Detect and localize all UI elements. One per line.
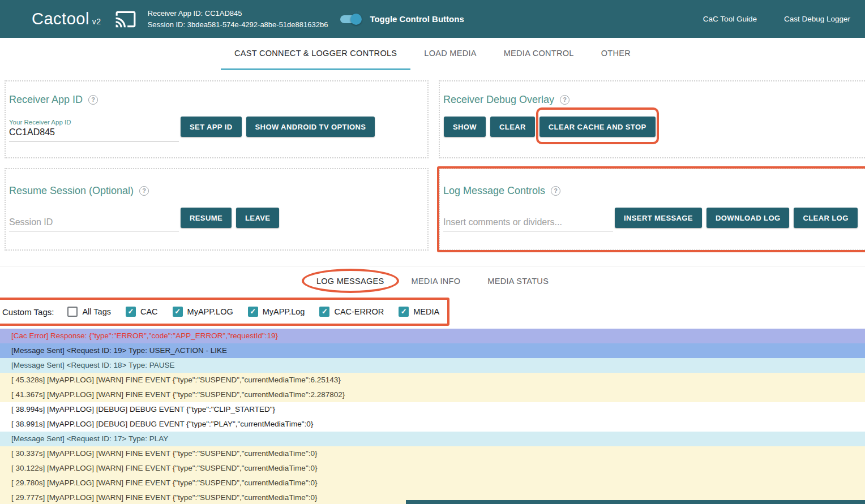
receiver-app-id-field-label: Your Receiver App ID (9, 119, 179, 126)
log-row: [Cac Error] Response: {"type":"ERROR","c… (0, 329, 865, 343)
card-title-row: Resume Session (Optional) ? (9, 185, 419, 196)
tag-label-media: MEDIA (413, 307, 439, 316)
tag-label-cac: CAC (140, 307, 158, 316)
checkbox-all-tags[interactable] (67, 307, 78, 317)
log-message-list: [Cac Error] Response: {"type":"ERROR","c… (0, 329, 865, 504)
tag-myapp-log-upper[interactable]: MyAPP.LOG (173, 307, 233, 317)
tab-media-status[interactable]: MEDIA STATUS (474, 266, 562, 298)
app-title: Cactool (32, 10, 89, 28)
controls-grid: Receiver App ID ? Your Receiver App ID S… (5, 80, 859, 251)
tab-load-media[interactable]: LOAD MEDIA (410, 38, 490, 70)
log-comment-input[interactable] (443, 216, 613, 231)
download-log-button[interactable]: DOWNLOAD LOG (706, 208, 790, 228)
cast-icon (113, 8, 139, 30)
log-tab-bar: LOG MESSAGES MEDIA INFO MEDIA STATUS (0, 266, 865, 298)
set-app-id-button[interactable]: SET APP ID (181, 117, 242, 137)
toggle-knob (350, 14, 362, 25)
card-receiver-app-id: Receiver App ID ? Your Receiver App ID S… (5, 80, 429, 158)
log-comment-field (443, 208, 613, 231)
tag-all-tags[interactable]: All Tags (67, 307, 111, 317)
tab-log-messages[interactable]: LOG MESSAGES (303, 266, 398, 298)
custom-tags-label: Custom Tags: (2, 307, 54, 317)
annotation-highlight-custom-tags: Custom Tags: All Tags CAC MyAPP.LOG MyAP… (0, 298, 449, 326)
card-receiver-debug-overlay: Receiver Debug Overlay ? SHOW CLEAR CLEA… (439, 80, 865, 158)
insert-message-button[interactable]: INSERT MESSAGE (615, 208, 702, 228)
show-overlay-button[interactable]: SHOW (444, 117, 486, 137)
receiver-app-id-field: Your Receiver App ID (9, 117, 179, 141)
receiver-app-id-input[interactable] (9, 126, 179, 141)
card-title-row: Receiver Debug Overlay ? (443, 94, 858, 105)
clear-cache-and-stop-button[interactable]: CLEAR CACHE AND STOP (539, 117, 656, 137)
log-row: [ 30.122s] [MyAPP.LOG] [WARN] FINE EVENT… (0, 461, 865, 476)
card-resume-session: Resume Session (Optional) ? RESUME LEAVE (5, 168, 429, 251)
session-id-field (9, 208, 179, 231)
header-links: CaC Tool Guide Cast Debug Logger (703, 15, 850, 23)
leave-button[interactable]: LEAVE (236, 208, 279, 228)
help-icon[interactable]: ? (551, 186, 560, 196)
checkbox-cac-error[interactable] (319, 307, 329, 317)
log-row: [ 38.994s] [MyAPP.LOG] [DEBUG] DEBUG EVE… (0, 402, 865, 417)
cac-tool-guide-link[interactable]: CaC Tool Guide (703, 15, 757, 23)
button-row: SHOW CLEAR CLEAR CACHE AND STOP (444, 117, 656, 137)
cast-debug-logger-link[interactable]: Cast Debug Logger (784, 15, 850, 23)
card-title-row: Log Message Controls ? (443, 185, 858, 196)
help-icon[interactable]: ? (139, 186, 149, 196)
log-row: [ 41.367s] [MyAPP.LOG] [WARN] FINE EVENT… (0, 387, 865, 402)
log-row: [Message Sent] <Request ID: 19> Type: US… (0, 343, 865, 358)
log-row: [ 38.991s] [MyAPP.LOG] [DEBUG] DEBUG EVE… (0, 417, 865, 432)
checkbox-myapp-log[interactable] (248, 307, 258, 317)
log-row: [ 45.328s] [MyAPP.LOG] [WARN] FINE EVENT… (0, 373, 865, 387)
help-icon[interactable]: ? (560, 95, 569, 105)
tag-cac-error[interactable]: CAC-ERROR (319, 307, 384, 317)
receiver-app-id-text: Receiver App ID: CC1AD845 (148, 8, 328, 19)
button-row: SET APP ID SHOW ANDROID TV OPTIONS (181, 117, 375, 137)
tab-media-control[interactable]: MEDIA CONTROL (490, 38, 588, 70)
tab-log-messages-label: LOG MESSAGES (316, 277, 384, 286)
tab-other[interactable]: OTHER (588, 38, 644, 70)
card-body: Your Receiver App ID SET APP ID SHOW AND… (9, 117, 419, 141)
resume-button[interactable]: RESUME (181, 208, 232, 228)
session-id-input[interactable] (9, 216, 179, 231)
card-body: INSERT MESSAGE DOWNLOAD LOG CLEAR LOG (443, 208, 858, 231)
button-row: RESUME LEAVE (181, 208, 279, 228)
button-row: INSERT MESSAGE DOWNLOAD LOG CLEAR LOG (615, 208, 858, 228)
clear-log-button[interactable]: CLEAR LOG (794, 208, 857, 228)
checkbox-media[interactable] (399, 307, 409, 317)
show-android-tv-options-button[interactable]: SHOW ANDROID TV OPTIONS (246, 117, 375, 137)
tag-label-cac-error: CAC-ERROR (334, 307, 384, 316)
tag-media[interactable]: MEDIA (399, 307, 439, 317)
log-row: [Message Sent] <Request ID: 17> Type: PL… (0, 432, 865, 446)
toggle-label: Toggle Control Buttons (370, 14, 464, 24)
app-version: v2 (92, 17, 101, 26)
resume-session-title: Resume Session (Optional) (9, 185, 134, 197)
tag-label-myapp-log-upper: MyAPP.LOG (187, 307, 233, 316)
tab-media-info[interactable]: MEDIA INFO (398, 266, 474, 298)
log-row: [Message Sent] <Request ID: 18> Type: PA… (0, 358, 865, 373)
help-icon[interactable]: ? (88, 95, 98, 105)
card-body: SHOW CLEAR CLEAR CACHE AND STOP (443, 117, 858, 137)
app-header: Cactoolv2 Receiver App ID: CC1AD845 Sess… (0, 0, 865, 38)
control-buttons-toggle[interactable] (340, 15, 359, 23)
custom-tags-bar: Custom Tags: All Tags CAC MyAPP.LOG MyAP… (0, 298, 865, 326)
log-message-controls-title: Log Message Controls (443, 185, 545, 197)
card-title-row: Receiver App ID ? (9, 94, 419, 105)
tab-cast-connect-logger-controls[interactable]: CAST CONNECT & LOGGER CONTROLS (221, 38, 410, 70)
receiver-app-id-title: Receiver App ID (9, 94, 83, 106)
footer-bar (406, 500, 865, 504)
tag-myapp-log[interactable]: MyAPP.Log (248, 307, 305, 317)
clear-overlay-button[interactable]: CLEAR (490, 117, 535, 137)
toggle-wrap: Toggle Control Buttons (340, 14, 464, 24)
session-id-text: Session ID: 3bdea581-574e-4292-a8be-51de… (148, 19, 328, 31)
card-body: RESUME LEAVE (9, 208, 419, 231)
card-log-message-controls: Log Message Controls ? INSERT MESSAGE DO… (439, 168, 865, 251)
log-row: [ 29.780s] [MyAPP.LOG] [WARN] FINE EVENT… (0, 476, 865, 490)
main-tab-bar: CAST CONNECT & LOGGER CONTROLS LOAD MEDI… (0, 38, 865, 70)
checkbox-cac[interactable] (126, 307, 136, 317)
checkbox-myapp-log-upper[interactable] (173, 307, 183, 317)
log-row: [ 30.337s] [MyAPP.LOG] [WARN] FINE EVENT… (0, 446, 865, 461)
tag-cac[interactable]: CAC (126, 307, 158, 317)
tag-label-all-tags: All Tags (82, 307, 111, 316)
annotated-button-wrap: CLEAR CACHE AND STOP (539, 117, 656, 137)
app-logo: Cactoolv2 (32, 10, 101, 28)
receiver-debug-overlay-title: Receiver Debug Overlay (443, 94, 554, 106)
